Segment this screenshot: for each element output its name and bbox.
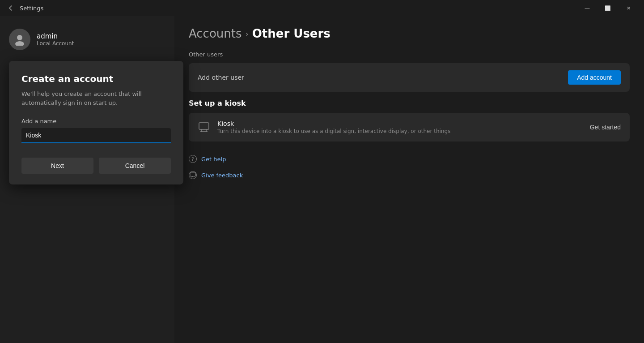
back-button[interactable] — [5, 3, 16, 13]
window-controls: — ⬜ ✕ — [577, 0, 639, 16]
dialog-description: We'll help you create an account that wi… — [21, 90, 171, 107]
maximize-button[interactable]: ⬜ — [597, 0, 618, 16]
close-button[interactable]: ✕ — [618, 0, 639, 16]
dialog-field-label: Add a name — [21, 118, 171, 124]
title-bar: Settings — ⬜ ✕ — [0, 0, 644, 16]
cancel-button[interactable]: Cancel — [99, 158, 171, 174]
dialog-buttons: Next Cancel — [21, 158, 171, 174]
dialog-title: Create an account — [21, 73, 171, 84]
next-button[interactable]: Next — [21, 158, 93, 174]
create-account-dialog: Create an account We'll help you create … — [9, 61, 183, 184]
app-title: Settings — [20, 5, 43, 12]
minimize-button[interactable]: — — [577, 0, 597, 16]
kiosk-name-input[interactable] — [21, 128, 171, 143]
dialog-overlay: Create an account We'll help you create … — [0, 16, 644, 343]
